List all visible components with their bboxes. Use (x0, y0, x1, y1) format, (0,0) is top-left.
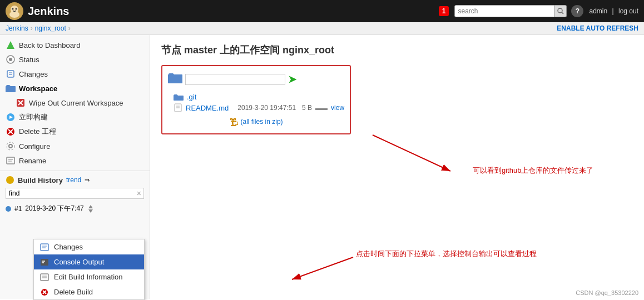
svg-marker-7 (7, 41, 14, 49)
build-history-search-box: × (6, 188, 144, 199)
svg-rect-10 (7, 71, 14, 77)
svg-line-6 (562, 12, 563, 14)
svg-rect-37 (41, 259, 48, 266)
svg-point-3 (12, 8, 14, 10)
status-icon (6, 54, 16, 64)
annotation-text-1: 可以看到github上仓库的文件传过来了 (473, 166, 593, 176)
sidebar-item-configure[interactable]: Configure (0, 139, 150, 153)
svg-point-2 (9, 11, 19, 18)
changes-icon (6, 69, 16, 79)
file-icon-readme (174, 103, 182, 112)
search-clear-button[interactable]: × (135, 189, 143, 198)
wipe-out-icon (16, 98, 26, 108)
workspace-folder-icon (6, 83, 16, 93)
annotation-arrow-2 (286, 249, 359, 288)
zip-icon: 🗜 (230, 118, 239, 128)
svg-point-21 (9, 144, 12, 148)
readme-link[interactable]: README.md (186, 104, 229, 112)
breadcrumb: Jenkins › nginx_root › ENABLE AUTO REFRE… (0, 22, 644, 35)
sidebar-item-workspace[interactable]: Workspace (0, 81, 150, 96)
svg-point-22 (7, 142, 14, 150)
svg-point-4 (16, 8, 17, 10)
file-nav: ➤ (168, 72, 344, 87)
svg-rect-23 (7, 157, 14, 164)
build-history-search-input[interactable] (6, 188, 135, 198)
build-history-title: Build History (18, 176, 63, 184)
sidebar-item-delete-project[interactable]: Delete 工程 (0, 124, 150, 139)
build-history-icon (6, 176, 14, 184)
svg-rect-34 (41, 244, 48, 251)
folder-icon-git (174, 93, 184, 101)
trend-link[interactable]: trend (66, 176, 81, 184)
annotation-text-2: 点击时间下面的下拉菜单，选择控制台输出可以查看过程 (356, 249, 537, 259)
page-title: 节点 master 上的工作空间 nginx_root (161, 43, 633, 57)
build-number: #1 (14, 205, 22, 213)
file-list: .git README.md 2019-3-20 19:47:51 5 B ▬▬… (168, 92, 344, 113)
zip-download-link[interactable]: (all files in zip) (241, 118, 283, 128)
console-icon (39, 258, 49, 266)
nav-path-input[interactable] (185, 74, 285, 85)
svg-rect-40 (41, 274, 48, 281)
edit-icon (39, 273, 49, 281)
dropdown-item-console-output[interactable]: Console Output (34, 254, 144, 269)
dropdown-item-delete-build[interactable]: Delete Build (34, 284, 144, 299)
list-item: README.md 2019-3-20 19:47:51 5 B ▬▬ view (174, 102, 344, 113)
sidebar-item-rename[interactable]: Rename (0, 153, 150, 168)
configure-icon (6, 141, 16, 151)
file-explorer: ➤ .git README.md 2019-3-20 19:47:51 5 B … (161, 65, 351, 134)
delete-build-icon (39, 288, 49, 296)
zip-row: 🗜 (all files in zip) (168, 118, 344, 128)
git-folder-link[interactable]: .git (187, 93, 196, 101)
build-history-section: Build History trend ⇒ × #1 2019-3-20 下午7… (0, 171, 150, 218)
dropdown-item-changes[interactable]: Changes (34, 239, 144, 254)
nav-go-button[interactable]: ➤ (288, 73, 296, 86)
search-input[interactable] (454, 5, 554, 17)
svg-point-5 (558, 8, 562, 13)
build-date: 2019-3-20 下午7:47 (25, 204, 83, 213)
enable-auto-refresh-link[interactable]: ENABLE AUTO REFRESH (557, 24, 638, 32)
help-button[interactable]: ? (571, 5, 583, 17)
svg-point-26 (6, 176, 14, 184)
svg-line-31 (373, 135, 450, 171)
file-size: 5 B (302, 104, 312, 112)
sidebar-item-status[interactable]: Status (0, 52, 150, 67)
build-item-1[interactable]: #1 2019-3-20 下午7:47 (6, 202, 144, 215)
back-icon (6, 40, 16, 50)
breadcrumb-project[interactable]: nginx_root (35, 24, 66, 32)
dropdown-menu: Changes Console Output Edit Build Inform… (33, 239, 145, 300)
sidebar-item-build-now[interactable]: 立即构建 (0, 110, 150, 124)
build-arrows (88, 205, 93, 213)
file-date: 2019-3-20 19:47:51 (237, 104, 296, 112)
delete-icon (6, 127, 16, 137)
changes-dropdown-icon (39, 243, 49, 251)
sidebar-item-changes[interactable]: Changes (0, 67, 150, 81)
admin-link[interactable]: admin (589, 7, 607, 15)
explorer-folder-icon (168, 72, 182, 87)
logo-area: Jenkins (6, 2, 428, 20)
header: Jenkins 1 ? admin | log out (0, 0, 644, 22)
build-now-icon (6, 112, 16, 122)
breadcrumb-jenkins[interactable]: Jenkins (6, 24, 28, 32)
sidebar-item-wipe-out[interactable]: Wipe Out Current Workspace (0, 96, 150, 110)
jenkins-logo-icon (6, 2, 23, 20)
svg-line-33 (292, 257, 353, 279)
logout-link[interactable]: log out (618, 7, 638, 15)
build-status-dot (6, 206, 11, 212)
notification-badge[interactable]: 1 (439, 6, 449, 16)
annotation-arrow-1 (361, 129, 473, 179)
view-link[interactable]: view (331, 104, 344, 112)
rename-icon (6, 156, 16, 166)
svg-point-9 (9, 58, 12, 61)
user-area: admin | log out (589, 7, 638, 15)
search-button[interactable] (554, 5, 567, 17)
content-area: 节点 master 上的工作空间 nginx_root ➤ .git READM… (150, 35, 644, 299)
watermark: CSDN @qq_35302220 (576, 289, 638, 296)
sidebar-item-back-to-dashboard[interactable]: Back to Dashboard (0, 38, 150, 52)
dropdown-item-edit-build-info[interactable]: Edit Build Information (34, 269, 144, 284)
build-history-header: Build History trend ⇒ (6, 176, 144, 184)
search-area (454, 5, 567, 17)
list-item: .git (174, 92, 344, 102)
jenkins-logo-text: Jenkins (28, 5, 69, 18)
